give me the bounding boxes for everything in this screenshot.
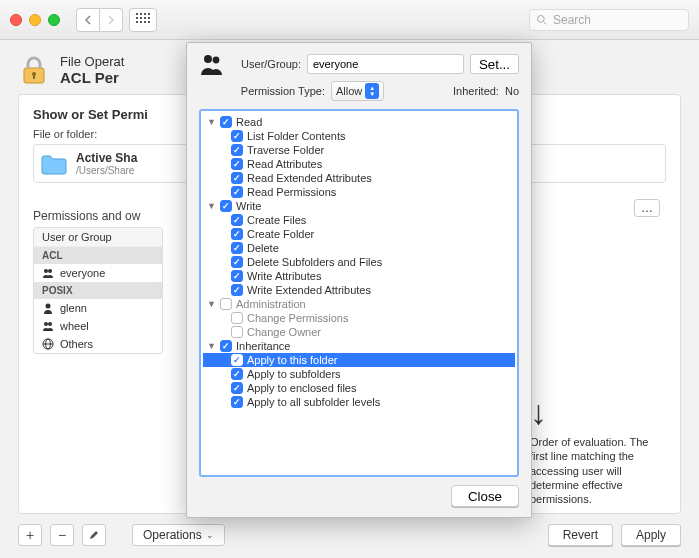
close-window-button[interactable] [10, 14, 22, 26]
tree-item[interactable]: ✓Write Extended Attributes [203, 283, 515, 297]
tree-group-write[interactable]: ▼✓Write [203, 199, 515, 213]
tree-item[interactable]: ✓Create Folder [203, 227, 515, 241]
tree-item[interactable]: ✓Change Permissions [203, 311, 515, 325]
checkbox[interactable]: ✓ [231, 158, 243, 170]
row-label: Others [60, 338, 93, 350]
checkbox[interactable]: ✓ [231, 354, 243, 366]
remove-button[interactable]: − [50, 524, 74, 546]
checkbox[interactable]: ✓ [231, 144, 243, 156]
svg-rect-4 [33, 74, 35, 79]
edit-button[interactable] [82, 524, 106, 546]
acl-row-everyone[interactable]: everyone [34, 264, 162, 282]
tree-group-admin[interactable]: ▼✓Administration [203, 297, 515, 311]
checkbox[interactable]: ✓ [231, 242, 243, 254]
grid-view-button[interactable] [129, 8, 157, 32]
window-titlebar: Search [0, 0, 699, 40]
tree-item[interactable]: ✓Apply to enclosed files [203, 381, 515, 395]
search-icon [536, 14, 548, 26]
svg-point-5 [44, 269, 48, 273]
acl-group-header: ACL [34, 247, 162, 264]
browse-button[interactable]: … [634, 199, 660, 217]
group-icon [42, 267, 54, 279]
checkbox[interactable]: ✓ [231, 130, 243, 142]
add-button[interactable]: + [18, 524, 42, 546]
chevron-down-icon: ⌄ [206, 530, 214, 540]
revert-button[interactable]: Revert [548, 524, 613, 546]
checkbox[interactable]: ✓ [220, 298, 232, 310]
tree-item[interactable]: ✓Delete [203, 241, 515, 255]
back-button[interactable] [76, 8, 100, 32]
tree-item[interactable]: ✓Write Attributes [203, 269, 515, 283]
checkbox[interactable]: ✓ [220, 200, 232, 212]
group-icon [42, 320, 54, 332]
checkbox[interactable]: ✓ [231, 186, 243, 198]
posix-row-wheel[interactable]: wheel [34, 317, 162, 335]
checkbox[interactable]: ✓ [220, 116, 232, 128]
svg-point-9 [48, 322, 52, 326]
tree-item[interactable]: ✓Delete Subfolders and Files [203, 255, 515, 269]
bottom-toolbar: + − Operations ⌄ Revert Apply [18, 524, 681, 546]
tree-group-read[interactable]: ▼✓Read [203, 115, 515, 129]
disclosure-triangle-icon[interactable]: ▼ [207, 202, 216, 211]
set-button[interactable]: Set... [470, 54, 519, 74]
tree-item[interactable]: ✓Apply to subfolders [203, 367, 515, 381]
user-group-input[interactable] [307, 54, 464, 74]
checkbox[interactable]: ✓ [231, 228, 243, 240]
checkbox[interactable]: ✓ [231, 256, 243, 268]
checkbox[interactable]: ✓ [231, 312, 243, 324]
pencil-icon [88, 529, 100, 541]
checkbox[interactable]: ✓ [231, 214, 243, 226]
svg-point-13 [204, 55, 212, 63]
file-name: Active Sha [76, 151, 137, 165]
checkbox[interactable]: ✓ [231, 326, 243, 338]
apply-button[interactable]: Apply [621, 524, 681, 546]
grid-icon [136, 13, 150, 27]
checkbox[interactable]: ✓ [231, 382, 243, 394]
checkbox[interactable]: ✓ [231, 368, 243, 380]
close-button[interactable]: Close [451, 485, 519, 507]
inherited-value: No [505, 85, 519, 97]
tree-item[interactable]: ✓Read Extended Attributes [203, 171, 515, 185]
select-arrows-icon: ▲▼ [365, 83, 379, 99]
tree-item[interactable]: ✓Change Owner [203, 325, 515, 339]
posix-row-others[interactable]: Others [34, 335, 162, 353]
tree-item-selected[interactable]: ✓Apply to this folder [203, 353, 515, 367]
checkbox[interactable]: ✓ [220, 340, 232, 352]
tree-item[interactable]: ✓Apply to all subfolder levels [203, 395, 515, 409]
posix-row-glenn[interactable]: glenn [34, 299, 162, 317]
users-silhouette-icon [199, 53, 225, 75]
checkbox[interactable]: ✓ [231, 270, 243, 282]
search-placeholder: Search [553, 13, 591, 27]
window-controls [10, 14, 60, 26]
checkbox[interactable]: ✓ [231, 172, 243, 184]
globe-icon [42, 338, 54, 350]
disclosure-triangle-icon[interactable]: ▼ [207, 300, 216, 309]
tree-item[interactable]: ✓Read Permissions [203, 185, 515, 199]
forward-button[interactable] [100, 8, 123, 32]
svg-point-7 [46, 304, 51, 309]
permissions-list: User or Group ACL everyone POSIX glenn w… [33, 227, 163, 354]
svg-point-8 [44, 322, 48, 326]
minimize-window-button[interactable] [29, 14, 41, 26]
acl-edit-sheet: User/Group: Set... Permission Type: Allo… [186, 42, 532, 518]
lock-icon [18, 54, 50, 86]
tree-item[interactable]: ✓Traverse Folder [203, 143, 515, 157]
inherited-label: Inherited: [453, 85, 499, 97]
tree-item[interactable]: ✓Create Files [203, 213, 515, 227]
permissions-tree[interactable]: ▼✓Read ✓List Folder Contents ✓Traverse F… [199, 109, 519, 477]
tree-item[interactable]: ✓Read Attributes [203, 157, 515, 171]
operations-menu[interactable]: Operations ⌄ [132, 524, 225, 546]
folder-icon [40, 152, 68, 176]
disclosure-triangle-icon[interactable]: ▼ [207, 342, 216, 351]
permission-type-select[interactable]: Allow ▲▼ [331, 81, 384, 101]
disclosure-triangle-icon[interactable]: ▼ [207, 118, 216, 127]
checkbox[interactable]: ✓ [231, 284, 243, 296]
arrow-down-icon: ↓ [530, 395, 650, 429]
search-field[interactable]: Search [529, 9, 689, 31]
checkbox[interactable]: ✓ [231, 396, 243, 408]
zoom-window-button[interactable] [48, 14, 60, 26]
user-icon [42, 302, 54, 314]
tree-item[interactable]: ✓List Folder Contents [203, 129, 515, 143]
tree-group-inheritance[interactable]: ▼✓Inheritance [203, 339, 515, 353]
permission-type-value: Allow [336, 85, 362, 97]
